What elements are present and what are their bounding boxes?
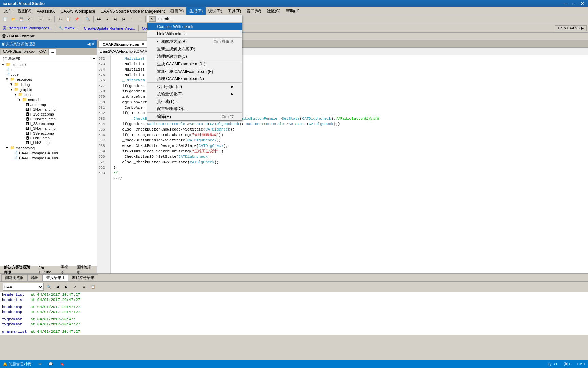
- tree-item-example[interactable]: ▼📁 example: [0, 62, 97, 67]
- btn1[interactable]: ▶▶: [95, 16, 103, 23]
- btn2[interactable]: ■: [103, 16, 111, 23]
- menu-item-window[interactable]: 窗口(W): [244, 7, 264, 15]
- tab-caardexample[interactable]: CAARDExample.cpp ✕: [98, 41, 149, 47]
- menu-batch-build[interactable]: 批生成(T)...: [147, 98, 242, 105]
- bottom-tab-find-results[interactable]: 查找结果 1: [43, 274, 68, 281]
- filter-btn-copy[interactable]: 📋: [89, 283, 97, 291]
- undo-btn[interactable]: ↩: [37, 16, 45, 23]
- menu-item-help[interactable]: 帮助(H): [283, 7, 303, 15]
- menu-config-manager[interactable]: 配置管理器(O)...: [147, 105, 242, 113]
- menu-rebuild-caa-label: 重新生成 CAAMExample.m (E): [157, 69, 213, 75]
- tree-item-xt[interactable]: 📄 xt: [0, 67, 97, 72]
- filter-btn-option[interactable]: ≡: [80, 283, 88, 291]
- tree-item-l1select[interactable]: 🖼 l_1Select.bmp: [0, 112, 97, 117]
- tree-item-hdr1[interactable]: 🖼 l_Hdr1.bmp: [0, 136, 97, 140]
- menu-mkmk[interactable]: ⚙ mkmk...: [147, 15, 242, 23]
- menu-item-build[interactable]: 生成(B): [186, 7, 206, 15]
- cut-btn[interactable]: ✂: [56, 16, 64, 23]
- tree-item-dialog[interactable]: ▼📁 dialog: [0, 82, 97, 87]
- filter-btn-clear[interactable]: ✕: [71, 283, 79, 291]
- scope-bar: (全局范围): [0, 55, 97, 62]
- btn5[interactable]: ↑: [128, 16, 135, 23]
- menu-clean-caa-label: 清理 CAAMExample.m(N): [157, 76, 204, 82]
- tree-item-normal[interactable]: ▼📁 normal: [0, 97, 97, 102]
- bottom-tab-issues[interactable]: 问题浏览器: [1, 274, 28, 281]
- workspace-link[interactable]: 需 Prerequisite Workspaces...: [1, 26, 53, 31]
- tree-item-graphic[interactable]: ▼📁 graphic: [0, 87, 97, 92]
- new-file-btn[interactable]: 📄: [1, 16, 9, 23]
- left-tab-more[interactable]: ...: [49, 48, 56, 55]
- menu-item-debug[interactable]: 调试(D): [206, 7, 225, 15]
- paste-btn[interactable]: 📌: [73, 16, 80, 23]
- btn3[interactable]: ▶|: [112, 16, 119, 23]
- menu-clean-solution[interactable]: 清理解决方案(C): [147, 53, 242, 60]
- scope-select[interactable]: (全局范围): [0, 55, 97, 62]
- menu-compile-with-mkmk[interactable]: Compile With mkmk: [147, 23, 242, 30]
- status-question[interactable]: 🔔 问题管理对我: [3, 362, 31, 367]
- status-icon-1: 🖥: [38, 362, 42, 366]
- tree-item-l3normal[interactable]: 🖼 l_3Normal.bmp: [0, 126, 97, 131]
- status-ch: Ch 1: [577, 362, 585, 366]
- tree-item-icons[interactable]: ▼📁 icons: [0, 92, 97, 97]
- tree-item-l3select[interactable]: 🖼 l_3Select.bmp: [0, 131, 97, 136]
- menu-item-community[interactable]: 社区(C): [264, 7, 283, 15]
- tree-item-l1normal[interactable]: 🖼 l_1Normal.bmp: [0, 107, 97, 112]
- menu-only-project[interactable]: 仅用于项目(J) ▶: [147, 83, 242, 90]
- tree-item-l2select[interactable]: 🖼 l_2Select.bmp: [0, 121, 97, 126]
- mkmk-link[interactable]: 🔧 mkmk...: [57, 26, 79, 30]
- menu-link-with-mkmk[interactable]: Link With mkmk: [147, 30, 242, 38]
- tree-item-caacni[interactable]: 📄 CAACExample.CATNIs: [0, 150, 97, 155]
- main-content: 解决方案资源管理器 ◀ ✕ CAARDExample.cpp CAA ... (…: [0, 40, 588, 273]
- filter-btn-1[interactable]: 🔍: [45, 283, 52, 291]
- panel-close-btn[interactable]: ✕: [92, 42, 95, 46]
- save-btn[interactable]: 💾: [18, 16, 25, 23]
- btn6[interactable]: ↓: [136, 16, 144, 23]
- tree-item-caahni[interactable]: 📄 CAAHExample.CATNIs: [0, 155, 97, 160]
- redo-btn[interactable]: ↪: [45, 16, 53, 23]
- toolbar-1: 📄 📂 💾 🗂 ↩ ↪ ✂ 📋 📌 🔍 ▶▶ ■ ▶| |◀ ↑ ↓ ▶ Deb…: [0, 15, 588, 24]
- tree-item-auto[interactable]: 🖼 auto.bmp: [0, 102, 97, 107]
- menu-optimize[interactable]: 按输量优化(P) ▶: [147, 90, 242, 98]
- menu-generate-caa[interactable]: 生成 CAAMExample.m (U): [147, 60, 242, 68]
- left-tab-caa[interactable]: CAA: [37, 48, 49, 55]
- sep-5: [145, 16, 146, 22]
- menu-item-project[interactable]: 项目(A): [167, 7, 186, 15]
- menu-item-caav5scm[interactable]: CAA V5 Source Code Management: [98, 8, 167, 14]
- menu-generate-solution[interactable]: 生成解决方案(B) Ctrl+Shift+B: [147, 38, 242, 45]
- left-tab-caardexample[interactable]: CAARDExample.cpp: [1, 48, 37, 55]
- tree-item-code[interactable]: 📄 code: [0, 72, 97, 77]
- help-caa-btn[interactable]: Help CAA V5 ▶: [555, 25, 587, 31]
- tree-item-msgcatalog[interactable]: ▼📁 msgcatalog: [0, 145, 97, 150]
- tree-item-resources[interactable]: ▼📁 resources: [0, 77, 97, 82]
- panel-pin-btn[interactable]: ◀: [87, 42, 90, 46]
- menu-clean-caa[interactable]: 清理 CAAMExample.m(N): [147, 75, 242, 83]
- menu-item-view[interactable]: 视图(V): [15, 7, 34, 15]
- open-btn[interactable]: 📂: [10, 16, 17, 23]
- bottom-tab-output[interactable]: 输出: [28, 274, 43, 281]
- minimize-btn[interactable]: ─: [563, 1, 569, 6]
- menu-rebuild-caa[interactable]: 重新生成 CAAMExample.m (E): [147, 68, 242, 75]
- menu-item-caav5workspace[interactable]: CAAV5 Workspace: [58, 8, 98, 14]
- tree-item-hdr2[interactable]: 🖼 l_Hdr2.bmp: [0, 140, 97, 145]
- find-btn[interactable]: 🔍: [84, 16, 92, 23]
- panel-title: 解决方案资源管理器: [2, 42, 36, 47]
- copy-btn[interactable]: 📋: [65, 16, 72, 23]
- tree-item-l2normal[interactable]: 🖼 l_2Normal.bmp: [0, 117, 97, 121]
- menu-compile[interactable]: 编译(M) Ctrl+F7: [147, 113, 242, 120]
- menu-item-tools[interactable]: 工具(T): [225, 7, 244, 15]
- create-runtime-link[interactable]: Create/Update Runtime View...: [83, 26, 137, 30]
- btn4[interactable]: |◀: [120, 16, 127, 23]
- sep-3: [82, 16, 82, 22]
- filter-select[interactable]: CAA: [3, 283, 44, 291]
- close-btn[interactable]: ✕: [579, 1, 585, 6]
- menu-rebuild-solution[interactable]: 重新生成解决方案(R): [147, 45, 242, 53]
- bottom-tab-find-symbol[interactable]: 查找符号结果: [68, 274, 98, 281]
- menu-item-file[interactable]: 文件: [1, 7, 15, 15]
- tab-caardexample-close[interactable]: ✕: [142, 43, 144, 46]
- filter-btn-2[interactable]: ◀: [54, 283, 61, 291]
- save-all-btn[interactable]: 🗂: [26, 16, 33, 23]
- filter-btn-3[interactable]: ▶: [63, 283, 70, 291]
- left-tab-va-outline[interactable]: VA Outline: [37, 265, 57, 275]
- maximize-btn[interactable]: □: [571, 1, 576, 6]
- menu-item-vaassistx[interactable]: VAassistX: [34, 8, 58, 14]
